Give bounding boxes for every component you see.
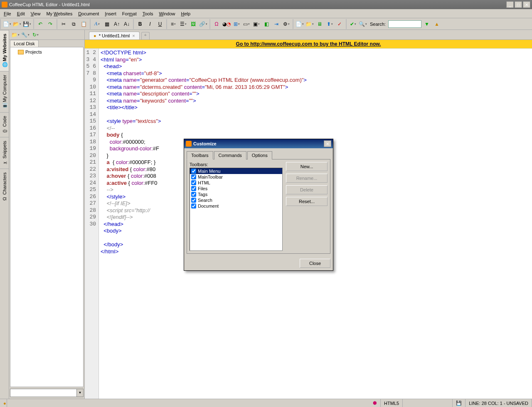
symbol-button[interactable]: Ω	[212, 20, 221, 29]
side-tab-characters[interactable]: ΩCharacters	[0, 169, 9, 205]
minimize-button[interactable]: _	[506, 1, 514, 8]
toolbar-item-search[interactable]: Search	[190, 197, 282, 203]
menu-tools[interactable]: Tools	[140, 10, 156, 17]
new-file-button[interactable]: 📄	[2, 20, 12, 29]
dialog-titlebar[interactable]: Customize ✕	[184, 139, 333, 148]
app-icon	[2, 2, 7, 7]
redo-button[interactable]: ↷	[46, 20, 55, 29]
toolbar-item-main-menu[interactable]: Main Menu	[190, 168, 282, 174]
side-panel: 📁 🔧 ↻ Local Disk Projects ▼	[9, 30, 85, 399]
colorwheel-button[interactable]: ◕◔	[222, 20, 231, 29]
menu-help[interactable]: Help	[178, 10, 194, 17]
frame-button[interactable]: ▣	[252, 20, 261, 29]
browser-preview-button[interactable]: 🖥	[315, 20, 324, 29]
menu-insert[interactable]: Insert	[102, 10, 119, 17]
new-toolbar-button[interactable]: New...	[286, 162, 328, 171]
panel-refresh-button[interactable]: ↻	[31, 30, 40, 39]
indent-button[interactable]: ⇥	[272, 20, 281, 29]
bold-button[interactable]: B	[135, 20, 145, 29]
form-button[interactable]: ▭	[242, 20, 251, 29]
menu-file[interactable]: File	[1, 10, 14, 17]
panel-tab-local-disk[interactable]: Local Disk	[10, 40, 39, 47]
check-button[interactable]: ✔	[348, 20, 357, 29]
search-next-button[interactable]: ▼	[422, 20, 431, 29]
table-button[interactable]: ⊞	[232, 20, 241, 29]
dialog-tab-toolbars[interactable]: Toolbars	[187, 151, 213, 159]
tree-item-projects[interactable]: Projects	[12, 49, 81, 55]
toolbars-listbox[interactable]: Main Menu MainToolbar HTML Files Tags Se…	[190, 168, 283, 251]
toolbar-item-html[interactable]: HTML	[190, 180, 282, 186]
project-tree[interactable]: Projects	[10, 47, 84, 387]
decrease-font-button[interactable]: A↓	[122, 20, 131, 29]
menubar: FileEditViewMy WebsitesDocumentInsertFor…	[0, 9, 532, 18]
toolbar-item-tags[interactable]: Tags	[190, 191, 282, 197]
dialog-tabs: ToolbarsCommandsOptions	[187, 151, 330, 159]
close-button[interactable]: ✕	[523, 1, 530, 8]
upload-button[interactable]: ⬆	[325, 20, 334, 29]
menu-view[interactable]: View	[28, 10, 44, 17]
rename-toolbar-button[interactable]: Rename...	[286, 174, 328, 183]
toolbar-item-files[interactable]: Files	[190, 186, 282, 191]
menu-format[interactable]: Format	[119, 10, 140, 17]
paste-button[interactable]: 📋	[79, 20, 88, 29]
color-button[interactable]: ▦	[102, 20, 111, 29]
menu-window[interactable]: Window	[156, 10, 178, 17]
close-tab-button[interactable]: ×	[132, 33, 135, 38]
line-gutter: 1 2 3 4 5 6 7 8 9 10 11 12 13 14 15 16 1…	[85, 49, 99, 399]
preview-doc-button[interactable]: 📄	[295, 20, 304, 29]
dialog-tab-options[interactable]: Options	[247, 151, 272, 159]
open-file-button[interactable]: 📂	[12, 20, 22, 29]
image-button[interactable]: 🖼	[189, 20, 198, 29]
undo-button[interactable]: ↶	[36, 20, 45, 29]
cut-button[interactable]: ✂	[59, 20, 68, 29]
underline-button[interactable]: U	[155, 20, 165, 29]
dialog-title: Customize	[193, 141, 324, 146]
delete-toolbar-button[interactable]: Delete	[286, 185, 328, 194]
maximize-button[interactable]: □	[515, 1, 522, 8]
side-tab-my-websites[interactable]: 🌐My Websites	[0, 30, 9, 71]
comment-button[interactable]: ◧	[262, 20, 271, 29]
italic-button[interactable]: I	[145, 20, 155, 29]
increase-font-button[interactable]: A↑	[112, 20, 121, 29]
side-tab-code[interactable]: {}Code	[0, 112, 9, 137]
toolbar-checkbox[interactable]	[191, 186, 196, 191]
link-button[interactable]: 🔗	[199, 20, 208, 29]
toolbar-checkbox[interactable]	[191, 204, 196, 208]
list-button[interactable]: ☰	[179, 20, 188, 29]
panel-tool-button[interactable]: 🔧	[21, 30, 30, 39]
search-prev-button[interactable]: ▲	[432, 20, 441, 29]
side-tab-snippets[interactable]: ✂Snippets	[0, 137, 9, 169]
validate-button[interactable]: ✓	[335, 20, 344, 29]
toolbar-checkbox[interactable]	[191, 192, 196, 197]
new-tab-button[interactable]: +	[141, 32, 150, 39]
menu-edit[interactable]: Edit	[14, 10, 28, 17]
status-icon: ●	[0, 399, 7, 407]
panel-combo[interactable]: ▼	[10, 389, 84, 397]
toolbar-checkbox[interactable]	[191, 198, 196, 203]
reset-toolbar-button[interactable]: Reset...	[286, 197, 328, 206]
chevron-down-icon[interactable]: ▼	[77, 389, 84, 397]
panel-folder-button[interactable]: 📁	[11, 30, 20, 39]
dialog-close-button[interactable]: ✕	[324, 140, 331, 147]
font-button[interactable]: A	[92, 20, 101, 29]
menu-my-websites[interactable]: My Websites	[43, 10, 75, 17]
close-dialog-button[interactable]: Close	[300, 259, 330, 268]
toolbar-checkbox[interactable]	[191, 169, 196, 174]
toolbar-checkbox[interactable]	[191, 180, 196, 185]
save-file-button[interactable]: 💾	[22, 20, 32, 29]
toolbar-item-document[interactable]: Document	[190, 203, 282, 209]
folder-button[interactable]: 📁	[305, 20, 314, 29]
settings-button[interactable]: ⚙	[282, 20, 291, 29]
trial-banner[interactable]: Go to http://www.coffeecup.com to buy th…	[85, 40, 532, 49]
main-toolbar: 📄 📂 💾 ↶ ↷ ✂ ⧉ 📋 A ▦ A↑ A↓ B I U ≡ ☰ 🖼 🔗 …	[0, 18, 532, 30]
search-input[interactable]	[388, 20, 421, 28]
align-button[interactable]: ≡	[169, 20, 178, 29]
toolbar-item-maintoolbar[interactable]: MainToolbar	[190, 174, 282, 180]
file-tab[interactable]: ● * Untitled1.html ×	[89, 32, 140, 39]
search-button[interactable]: 🔍	[358, 20, 367, 29]
copy-button[interactable]: ⧉	[69, 20, 78, 29]
dialog-tab-commands[interactable]: Commands	[214, 151, 246, 159]
side-tab-my-computer[interactable]: 💻My Computer	[0, 71, 9, 112]
toolbar-checkbox[interactable]	[191, 174, 196, 179]
menu-document[interactable]: Document	[75, 10, 102, 17]
